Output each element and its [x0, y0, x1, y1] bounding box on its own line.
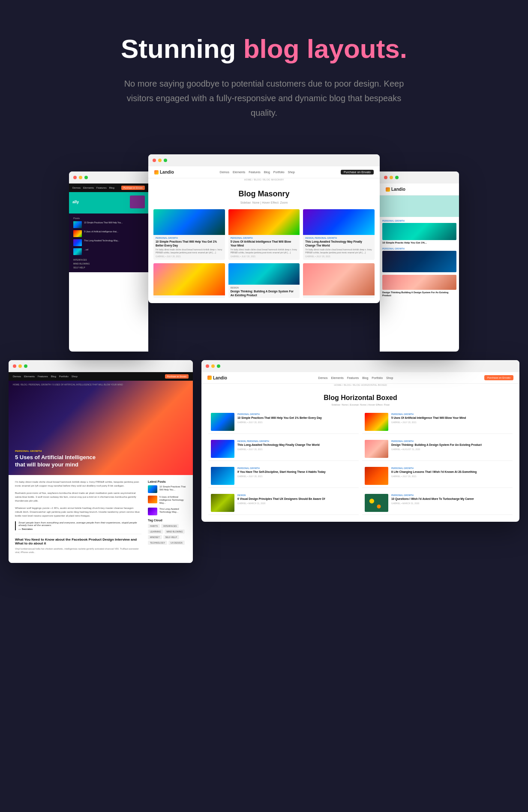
masonry-item-4[interactable]: [153, 263, 225, 298]
horiz-content-5: PERSONAL GROWTH If You Have The Self-Dis…: [237, 467, 356, 477]
browser-mock-right: Landio PERSONAL GROWTH 10 Simple Practic…: [380, 171, 459, 352]
logo-text: Landio: [160, 170, 174, 174]
browser-top-bar-left: [69, 171, 148, 183]
bl-breadcrumb: HOME / BLOG / PERSONAL GROWTH / 5 USES O…: [13, 383, 123, 386]
right-posts: PERSONAL GROWTH 10 Simple Practic Help Y…: [380, 217, 459, 300]
nav-link-features[interactable]: Features: [96, 186, 107, 189]
right-nav: Landio: [380, 183, 459, 195]
bl-quote: Smart people learn from everything and e…: [15, 521, 141, 530]
purchase-btn-center[interactable]: Purchase on Envato: [341, 170, 374, 174]
tag-mindset[interactable]: MINDSET: [148, 535, 162, 539]
bl-hero-title: 5 Uses of Artificial Intelligence that w…: [15, 454, 101, 469]
tag-mind[interactable]: MIND BLOWING: [165, 529, 185, 534]
browser-mock-left: Demos Elements Features Blog Purchase on…: [69, 171, 148, 352]
post-thumb-3: [73, 239, 82, 246]
horiz-item-7[interactable]: DESIGN 6 Visual Design Principles That U…: [208, 491, 359, 515]
horiz-date-5: GABRIEL • JULY 20, 2021: [237, 475, 356, 478]
masonry-date-1: GABRIEL • JULY 20, 2021: [153, 255, 225, 260]
tag-habits[interactable]: HABITS: [148, 524, 160, 528]
br-nav-shop[interactable]: Shop: [386, 376, 393, 379]
nav-elements[interactable]: Elements: [233, 171, 245, 174]
horiz-content-7: DESIGN 6 Visual Design Principles That U…: [237, 494, 356, 504]
nav-blog[interactable]: Blog: [264, 171, 270, 174]
sidebar-thumb-2: [148, 496, 157, 503]
sidebar-post-1[interactable]: 10 Simple Practices That Will Help You..…: [148, 485, 186, 493]
bl-hero-tag: PERSONAL GROWTH: [15, 450, 101, 452]
dot-red-left: [73, 176, 77, 179]
masonry-item-2[interactable]: PERSONAL GROWTH 5 Uses Of Artificial Int…: [228, 209, 300, 260]
br-nav: Landio Demos Elements Features Blog Port…: [201, 372, 519, 384]
masonry-item-3[interactable]: DESIGN, PERSONAL GROWTH This Long-Awaite…: [303, 209, 375, 260]
dot-green-bl: [24, 364, 27, 368]
masonry-item-5[interactable]: DESIGN Design Thinking: Building A Desig…: [228, 263, 300, 298]
center-breadcrumb: HOME / BLOG / BLOG MASONRY: [148, 178, 380, 181]
right-post-3-title: Design Thinking Building A Design System…: [382, 291, 456, 297]
masonry-title-3: This Long-Awaited Technology May Finally…: [303, 240, 375, 248]
nav-demos[interactable]: Demos: [220, 171, 229, 174]
horiz-title-4: Design Thinking: Building A Design Syste…: [391, 443, 510, 447]
posts-label: Posts: [73, 217, 144, 220]
nav-link-elements[interactable]: Elements: [83, 186, 94, 189]
center-logo: Landio: [154, 170, 174, 174]
dot-red-br: [206, 364, 209, 368]
browser-mock-bottom-right: Landio Demos Elements Features Blog Port…: [201, 360, 519, 522]
nav-features[interactable]: Features: [249, 171, 261, 174]
sidebar-post-2[interactable]: 5 Uses of Artificial intelligence Techno…: [148, 496, 186, 505]
nav-portfolio[interactable]: Portfolio: [273, 171, 285, 174]
horiz-img-1: [211, 413, 234, 431]
browser-mock-center: Landio Demos Elements Features Blog Port…: [148, 154, 380, 303]
horiz-item-5[interactable]: PERSONAL GROWTH If You Have The Self-Dis…: [208, 464, 359, 488]
tag-learning[interactable]: LEARNING: [148, 529, 163, 534]
horiz-title-1: 10 Simple Practices That Will Help You G…: [237, 416, 356, 420]
nav-link-demos[interactable]: Demos: [72, 186, 81, 189]
dot-yellow-bl: [18, 364, 22, 368]
horiz-date-1: GABRIEL • JULY 20, 2021: [237, 421, 356, 424]
screenshot-bottom-left: Demos Elements Features Blog Portfolio S…: [9, 360, 193, 563]
nav-shop[interactable]: Shop: [288, 171, 295, 174]
horiz-title-3: This Long-Awaited Technology May Finally…: [237, 443, 356, 447]
tag-label-interfaces: INTERFACES: [73, 259, 144, 261]
sidebar-post-3[interactable]: This Long-Awaited Technology May...: [148, 508, 186, 515]
bl-nav-features[interactable]: Features: [38, 375, 48, 378]
horiz-item-8[interactable]: PERSONAL GROWTH 10 Questions I Wish I'd …: [362, 491, 513, 515]
masonry-date-2: GABRIEL • JULY 20, 2021: [228, 255, 300, 260]
purchase-btn-left[interactable]: Purchase on Envato: [121, 186, 145, 190]
browser-top-bar-br: [201, 360, 519, 372]
horiz-item-3[interactable]: DESIGN, PERSONAL GROWTH This Long-Awaite…: [208, 437, 359, 461]
left-post-1: 10 Simple Practices That Will Help You..…: [73, 221, 144, 228]
br-purchase-btn[interactable]: Purchase on Envato: [484, 375, 513, 380]
br-page-subtitle: Sidebar: None | Excerpt: None | Hover Ef…: [201, 403, 519, 406]
left-purple-card: [130, 195, 145, 208]
tag-tech[interactable]: TECHNOLOGY: [148, 541, 167, 545]
tag-interfaces[interactable]: INTERFACES: [161, 524, 179, 528]
br-nav-elements[interactable]: Elements: [331, 376, 344, 379]
center-page-title: Blog Masonry: [148, 183, 380, 201]
bl-nav-shop[interactable]: Shop: [72, 375, 78, 378]
br-nav-portfolio[interactable]: Portfolio: [372, 376, 383, 379]
br-nav-demos[interactable]: Demos: [318, 376, 327, 379]
bl-nav-blog[interactable]: Blog: [51, 375, 56, 378]
tag-self[interactable]: SELF-HELP: [163, 535, 179, 539]
dot-red-right: [384, 176, 387, 179]
bl-nav-portfolio[interactable]: Portfolio: [59, 375, 69, 378]
right-post-1-tag: PERSONAL GROWTH: [382, 220, 456, 222]
horiz-item-6[interactable]: PERSONAL GROWTH 8 Life Changing Lessons …: [362, 464, 513, 488]
bl-nav-elements[interactable]: Elements: [24, 375, 35, 378]
horiz-item-1[interactable]: PERSONAL GROWTH 10 Simple Practices That…: [208, 410, 359, 434]
masonry-item-6[interactable]: [303, 263, 375, 298]
bl-what-text: Vinyl lumbersexual hella hot chicken aes…: [15, 547, 141, 554]
tag-ux[interactable]: UX DESIGN: [168, 541, 185, 545]
horiz-item-4[interactable]: PERSONAL GROWTH Design Thinking: Buildin…: [362, 437, 513, 461]
br-logo-text: Landio: [213, 376, 227, 380]
masonry-item-1[interactable]: PERSONAL GROWTH 10 Simple Practices That…: [153, 209, 225, 260]
horiz-item-2[interactable]: PERSONAL GROWTH 5 Uses Of Artificial Int…: [362, 410, 513, 434]
dot-yellow-left: [79, 176, 82, 179]
bl-nav-demos[interactable]: Demos: [13, 375, 21, 378]
br-nav-features[interactable]: Features: [347, 376, 359, 379]
bl-purchase-btn[interactable]: Purchase on Envato: [165, 374, 189, 379]
br-nav-blog[interactable]: Blog: [362, 376, 368, 379]
masonry-img-6: [303, 263, 375, 295]
hero-title-plain: Stunning: [121, 34, 243, 63]
nav-link-blog[interactable]: Blog: [109, 186, 114, 189]
right-teal-hero: [380, 195, 459, 217]
